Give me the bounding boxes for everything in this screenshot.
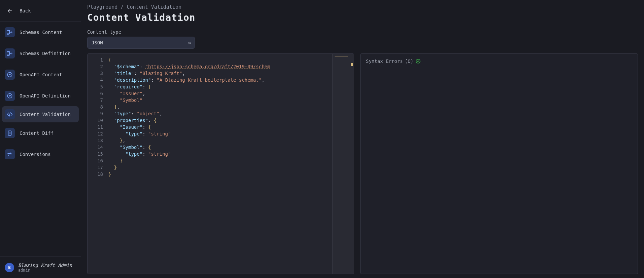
code-icon xyxy=(5,109,15,119)
schema-icon xyxy=(5,48,15,58)
sidebar-item-content-diff[interactable]: Content Diff xyxy=(0,122,81,144)
gauge-icon xyxy=(5,91,15,101)
svg-point-10 xyxy=(9,95,10,96)
chevron-up-down-icon: ⇅ xyxy=(188,40,191,45)
sidebar-item-label: Content Validation xyxy=(20,112,71,117)
errors-title-text: Syntax Errors xyxy=(366,58,403,64)
svg-point-8 xyxy=(9,74,10,75)
sidebar-item-label: Schemas Definition xyxy=(20,51,71,56)
sidebar-item-schemas-content[interactable]: Schemas Content xyxy=(0,22,81,43)
breadcrumb: Playground / Content Validation xyxy=(87,4,638,10)
schema-icon xyxy=(5,27,15,37)
code-content[interactable]: { "$schema": "https://json-schema.org/dr… xyxy=(106,54,332,274)
diff-icon xyxy=(5,128,15,138)
main-content: Playground / Content Validation Content … xyxy=(81,0,644,278)
line-numbers: 123456789101112131415161718 xyxy=(88,54,106,274)
sidebar-back-label: Back xyxy=(20,8,31,13)
sidebar-item-openapi-definition[interactable]: OpenAPI Definition xyxy=(0,85,81,106)
code-editor[interactable]: 123456789101112131415161718 { "$schema":… xyxy=(87,53,354,274)
page-title: Content Validation xyxy=(87,12,638,23)
errors-count: (0) xyxy=(405,58,413,64)
svg-line-11 xyxy=(9,112,10,116)
user-name: Blazing Kraft Admin xyxy=(18,263,72,268)
gauge-icon xyxy=(5,70,15,80)
check-circle-icon xyxy=(415,58,421,64)
errors-panel: Syntax Errors (0) xyxy=(360,53,638,274)
content-type-label: Content type xyxy=(87,29,638,35)
sidebar-back[interactable]: Back xyxy=(0,0,81,21)
user-role: admin xyxy=(18,268,72,273)
sidebar-item-label: Content Diff xyxy=(20,130,54,136)
minimap[interactable] xyxy=(332,54,354,274)
sidebar-item-label: Conversions xyxy=(20,152,51,157)
content-type-select[interactable]: JSON ⇅ xyxy=(87,37,195,49)
select-value: JSON xyxy=(92,40,103,45)
sidebar-item-label: OpenAPI Content xyxy=(20,72,62,77)
sidebar-item-label: OpenAPI Definition xyxy=(20,93,71,98)
user-panel[interactable]: B Blazing Kraft Admin admin xyxy=(0,256,81,278)
arrow-left-icon xyxy=(5,6,15,16)
sidebar-item-openapi-content[interactable]: OpenAPI Content xyxy=(0,64,81,85)
svg-point-15 xyxy=(416,59,420,63)
swap-icon xyxy=(5,149,15,159)
sidebar: Back Schemas Content Schemas Definition … xyxy=(0,0,81,278)
sidebar-item-label: Schemas Content xyxy=(20,30,62,35)
avatar: B xyxy=(5,263,14,272)
sidebar-item-content-validation[interactable]: Content Validation xyxy=(2,106,79,122)
sidebar-item-schemas-definition[interactable]: Schemas Definition xyxy=(0,43,81,64)
sidebar-item-conversions[interactable]: Conversions xyxy=(0,144,81,165)
